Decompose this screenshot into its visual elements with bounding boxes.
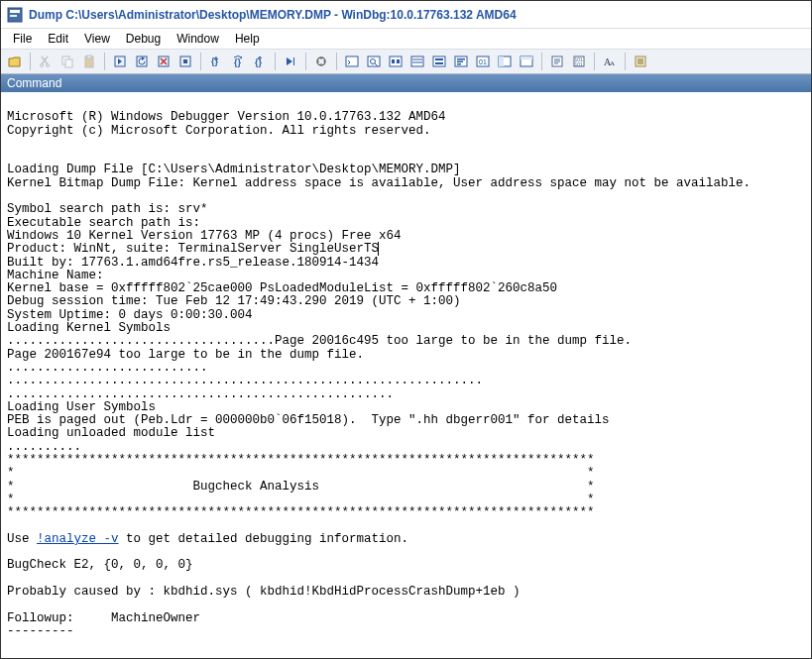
separator <box>336 53 337 70</box>
memory-window-icon[interactable] <box>429 52 449 71</box>
copy-icon <box>58 52 77 71</box>
registers-window-icon[interactable] <box>407 52 427 71</box>
output-post: Built by: 17763.1.amd64fre.rs5_release.1… <box>7 256 632 546</box>
break-icon[interactable] <box>175 52 195 71</box>
analyze-link[interactable]: !analyze -v <box>37 532 119 546</box>
processes-window-icon[interactable] <box>517 52 536 71</box>
svg-text:{}: {} <box>234 57 242 67</box>
separator <box>30 53 31 70</box>
svg-rect-26 <box>433 56 445 66</box>
panel-header: Command <box>1 74 811 92</box>
separator <box>594 53 595 70</box>
output-pre: Microsoft (R) Windows Debugger Version 1… <box>7 110 751 256</box>
svg-rect-17 <box>293 57 294 65</box>
svg-rect-2 <box>10 15 17 17</box>
svg-rect-8 <box>87 55 91 58</box>
svg-text:{}: {} <box>211 56 219 66</box>
svg-point-4 <box>47 64 50 67</box>
separator <box>541 53 542 70</box>
step-out-icon[interactable]: {} <box>250 52 270 71</box>
font-icon[interactable]: AA <box>600 52 620 71</box>
app-icon <box>7 7 23 23</box>
svg-rect-32 <box>457 63 461 65</box>
svg-rect-23 <box>392 59 395 63</box>
panel-title: Command <box>7 76 61 90</box>
svg-rect-28 <box>435 62 443 64</box>
scratch-window-icon[interactable] <box>495 52 515 71</box>
svg-rect-27 <box>435 58 443 60</box>
titlebar: Dump C:\Users\Administrator\Desktop\MEMO… <box>1 1 811 29</box>
menu-help[interactable]: Help <box>227 31 268 47</box>
text-caret <box>378 242 379 256</box>
separator <box>305 53 306 70</box>
svg-rect-13 <box>183 59 187 63</box>
menu-window[interactable]: Window <box>169 31 227 47</box>
separator <box>200 53 201 70</box>
svg-rect-1 <box>10 10 20 13</box>
step-into-icon[interactable]: {} <box>206 52 226 71</box>
watch-window-icon[interactable] <box>364 52 384 71</box>
run-to-cursor-icon[interactable] <box>281 52 300 71</box>
output-after-link: to get detailed debugging information. B… <box>7 532 521 638</box>
svg-rect-30 <box>457 58 465 60</box>
svg-rect-20 <box>368 56 380 66</box>
separator <box>104 53 105 70</box>
svg-rect-31 <box>457 61 463 63</box>
stop-icon[interactable] <box>154 52 174 71</box>
restart-icon[interactable] <box>132 52 152 71</box>
svg-text:{}: {} <box>255 57 263 67</box>
command-window-icon[interactable] <box>342 52 362 71</box>
separator <box>625 53 626 70</box>
paste-icon <box>79 52 99 71</box>
svg-rect-24 <box>397 59 400 63</box>
svg-rect-19 <box>346 56 358 66</box>
cut-icon <box>36 52 56 71</box>
svg-rect-38 <box>521 56 532 59</box>
menu-edit[interactable]: Edit <box>40 31 76 47</box>
svg-rect-36 <box>499 56 504 66</box>
svg-text:01: 01 <box>479 58 487 65</box>
svg-text:101: 101 <box>575 61 584 67</box>
separator <box>275 53 276 70</box>
svg-rect-6 <box>65 59 72 67</box>
title-text: Dump C:\Users\Administrator\Desktop\MEMO… <box>29 8 517 22</box>
menu-debug[interactable]: Debug <box>118 31 169 47</box>
breakpoint-icon[interactable] <box>311 52 331 71</box>
options-icon[interactable] <box>631 52 650 71</box>
menu-view[interactable]: View <box>76 31 118 47</box>
open-icon[interactable] <box>5 52 25 71</box>
disasm-window-icon[interactable]: 01 <box>473 52 493 71</box>
svg-text:A: A <box>610 59 615 67</box>
go-icon[interactable] <box>110 52 130 71</box>
locals-window-icon[interactable] <box>386 52 406 71</box>
source-mode-icon[interactable] <box>547 52 567 71</box>
callstack-window-icon[interactable] <box>451 52 471 71</box>
svg-rect-25 <box>411 56 423 66</box>
binary-mode-icon[interactable]: 101101 <box>569 52 589 71</box>
command-output[interactable]: Microsoft (R) Windows Debugger Version 1… <box>1 92 811 658</box>
menu-file[interactable]: File <box>5 31 40 47</box>
svg-point-3 <box>41 64 44 67</box>
toolbar: {} {} {} 01 101101 AA <box>1 49 811 74</box>
svg-rect-22 <box>390 56 402 66</box>
step-over-icon[interactable]: {} <box>228 52 248 71</box>
menubar: File Edit View Debug Window Help <box>1 29 811 49</box>
